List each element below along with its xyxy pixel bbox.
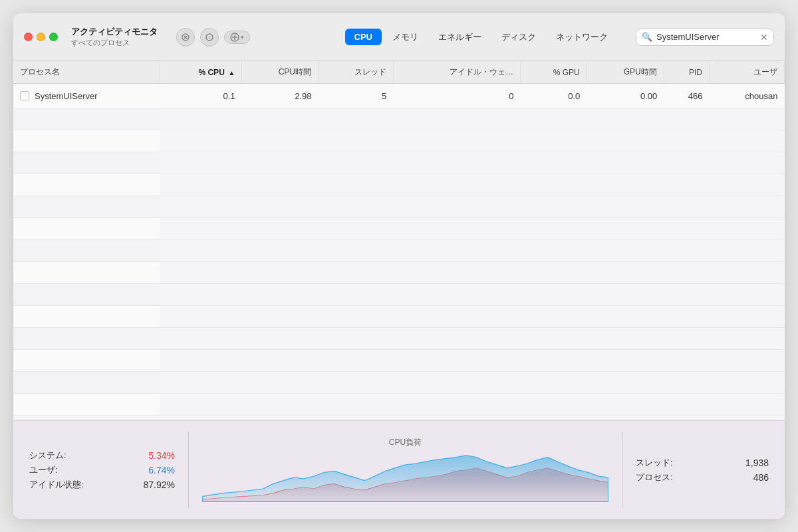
- table-row-empty: [13, 262, 785, 284]
- col-idle-wake[interactable]: アイドル・ウェ…: [393, 61, 520, 84]
- titlebar-controls: i ▾: [176, 28, 250, 47]
- chart-title: CPU負荷: [389, 437, 422, 448]
- table-row-empty: [13, 196, 785, 218]
- close-button[interactable]: [24, 33, 33, 41]
- svg-text:i: i: [209, 35, 210, 41]
- process-threads: 5: [319, 84, 394, 108]
- table-row[interactable]: SystemUIServer0.12.98500.00.00466chousan: [13, 84, 785, 108]
- maximize-button[interactable]: [49, 33, 58, 41]
- stat-idle: アイドル状態: 87.92%: [29, 479, 175, 491]
- stat-processes: プロセス: 486: [636, 471, 769, 483]
- table-header-row: プロセス名 % CPU ▲ CPU時間 スレッド アイドル・ウェ… % GPU …: [13, 61, 785, 84]
- process-cpu-time: 2.98: [242, 84, 319, 108]
- process-checkbox[interactable]: [20, 91, 29, 100]
- col-cpu-time[interactable]: CPU時間: [242, 61, 319, 84]
- table-row-empty: [13, 130, 785, 152]
- stat-threads-value: 1,938: [745, 458, 769, 468]
- stats-left: システム: 5.34% ユーザ: 6.74% アイドル状態: 87.92%: [29, 432, 189, 508]
- stop-button[interactable]: [176, 28, 195, 47]
- stat-system: システム: 5.34%: [29, 450, 175, 462]
- col-pid[interactable]: PID: [664, 61, 709, 84]
- stat-threads: スレッド: 1,938: [636, 457, 769, 469]
- cpu-chart: [202, 452, 608, 503]
- col-gpu-time[interactable]: GPU時間: [587, 61, 664, 84]
- tab-memory[interactable]: メモリ: [383, 28, 428, 47]
- minimize-button[interactable]: [37, 33, 45, 41]
- process-idle-wake: 0: [393, 84, 520, 108]
- col-cpu-pct[interactable]: % CPU ▲: [160, 61, 242, 84]
- search-icon: 🔍: [642, 32, 652, 42]
- stat-user-label: ユーザ:: [29, 464, 58, 476]
- process-name: SystemUIServer: [35, 91, 98, 101]
- stat-idle-label: アイドル状態:: [29, 479, 84, 491]
- process-gpu-time: 0.00: [587, 84, 664, 108]
- process-table-area[interactable]: プロセス名 % CPU ▲ CPU時間 スレッド アイドル・ウェ… % GPU …: [13, 61, 785, 420]
- tab-network[interactable]: ネットワーク: [547, 28, 617, 47]
- table-row-empty: [13, 306, 785, 328]
- process-cpu-pct: 0.1: [160, 84, 242, 108]
- app-title-sub: すべてのプロセス: [71, 38, 158, 48]
- app-title-main: アクティビティモニタ: [71, 26, 158, 38]
- col-threads[interactable]: スレッド: [319, 61, 394, 84]
- app-title: アクティビティモニタ すべてのプロセス: [71, 26, 158, 48]
- table-row-empty: [13, 394, 785, 416]
- stat-system-value: 5.34%: [148, 450, 175, 461]
- process-gpu-pct: 0.0: [521, 84, 587, 108]
- stat-idle-value: 87.92%: [144, 479, 175, 490]
- stat-processes-label: プロセス:: [636, 471, 673, 483]
- process-table: プロセス名 % CPU ▲ CPU時間 スレッド アイドル・ウェ… % GPU …: [13, 61, 785, 416]
- search-input[interactable]: [656, 32, 756, 42]
- search-clear-button[interactable]: ✕: [760, 32, 768, 43]
- table-row-empty: [13, 174, 785, 196]
- stat-system-label: システム:: [29, 450, 66, 462]
- more-button[interactable]: ▾: [224, 31, 250, 44]
- tab-disk[interactable]: ディスク: [492, 28, 545, 47]
- table-row-empty: [13, 108, 785, 130]
- traffic-lights: [24, 33, 58, 41]
- tabbar: CPU メモリ エネルギー ディスク ネットワーク: [345, 28, 617, 47]
- stat-user: ユーザ: 6.74%: [29, 464, 175, 476]
- table-row-empty: [13, 350, 785, 372]
- col-gpu-pct[interactable]: % GPU: [521, 61, 587, 84]
- sort-arrow-icon: ▲: [228, 69, 235, 76]
- info-button[interactable]: i: [200, 28, 219, 47]
- col-process-name[interactable]: プロセス名: [13, 61, 160, 84]
- search-bar: 🔍 ✕: [636, 29, 774, 46]
- table-row-empty: [13, 152, 785, 174]
- tab-cpu[interactable]: CPU: [345, 29, 382, 45]
- stats-right: スレッド: 1,938 プロセス: 486: [622, 432, 769, 508]
- table-row-empty: [13, 328, 785, 350]
- table-row-empty: [13, 218, 785, 240]
- chevron-down-icon: ▾: [241, 34, 244, 41]
- stat-threads-label: スレッド:: [636, 457, 673, 469]
- tab-energy[interactable]: エネルギー: [429, 28, 491, 47]
- table-row-empty: [13, 372, 785, 394]
- main-window: アクティビティモニタ すべてのプロセス i ▾ CPU メモリ エネルギー ディ…: [13, 13, 785, 519]
- process-user: chousan: [709, 84, 784, 108]
- stat-user-value: 6.74%: [148, 465, 175, 475]
- cpu-chart-area: CPU負荷: [189, 432, 622, 508]
- titlebar: アクティビティモニタ すべてのプロセス i ▾ CPU メモリ エネルギー ディ…: [13, 13, 785, 61]
- bottom-panel: システム: 5.34% ユーザ: 6.74% アイドル状態: 87.92% CP…: [13, 420, 785, 519]
- process-pid: 466: [664, 84, 709, 108]
- table-row-empty: [13, 240, 785, 262]
- col-user[interactable]: ユーザ: [709, 61, 784, 84]
- table-row-empty: [13, 284, 785, 306]
- stat-processes-value: 486: [753, 472, 769, 483]
